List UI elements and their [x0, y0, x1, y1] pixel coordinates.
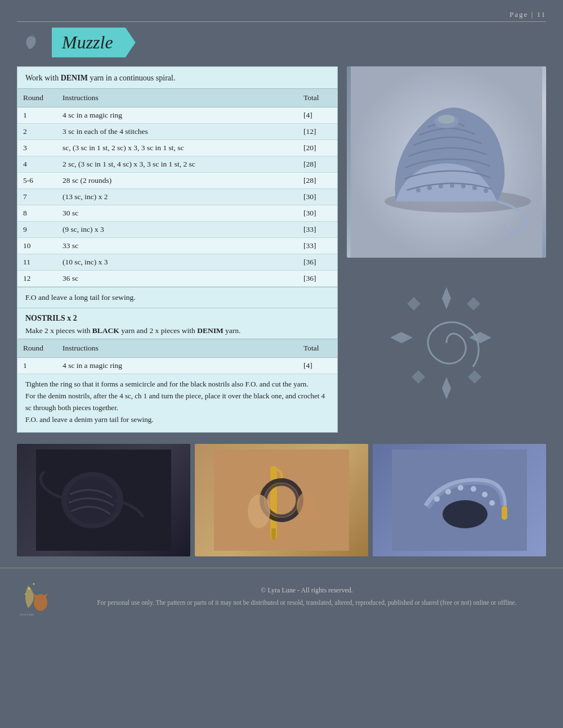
brand-icon [17, 29, 44, 56]
svg-marker-19 [407, 297, 421, 311]
svg-marker-16 [442, 377, 451, 399]
nostrils-table: Round Instructions Total 1 4 sc in a mag… [17, 339, 337, 374]
nostril-note-line: For the denim nostrils, after the 4 sc, … [25, 390, 329, 414]
cell-round: 3 [17, 140, 57, 156]
cell-instructions: (10 sc, inc) x 3 [57, 254, 298, 271]
svg-point-28 [248, 495, 270, 528]
footer-logo: Lyra Lune [17, 577, 56, 617]
table-row: 4 2 sc, (3 sc in 1 st, 4 sc) x 3, 3 sc i… [17, 156, 337, 173]
cell-round: 9 [17, 222, 57, 238]
cell-round: 2 [17, 124, 57, 140]
svg-point-35 [471, 486, 476, 492]
col-instructions: Instructions [57, 89, 298, 107]
bottom-photo-2 [195, 444, 368, 556]
svg-point-36 [482, 492, 488, 497]
svg-rect-23 [214, 450, 349, 551]
svg-point-37 [489, 500, 495, 506]
svg-text:Lyra Lune: Lyra Lune [20, 613, 34, 616]
svg-point-29 [297, 492, 317, 520]
cell-total: [36] [298, 271, 337, 287]
nostril-note-line: F.O. and leave a denim yarn tail for sew… [25, 414, 329, 426]
svg-point-8 [472, 186, 477, 190]
cell-total: [36] [298, 254, 337, 271]
svg-point-7 [461, 184, 466, 188]
svg-point-34 [458, 485, 463, 491]
cell-total: [28] [298, 173, 337, 189]
svg-point-4 [427, 186, 432, 190]
svg-point-40 [28, 587, 30, 590]
cell-total: [33] [298, 222, 337, 238]
svg-point-6 [450, 183, 454, 188]
table-row: 3 sc, (3 sc in 1 st, 2 sc) x 3, 3 sc in … [17, 140, 337, 156]
svg-point-41 [33, 583, 35, 585]
footer-legal: For personal use only. The pattern or pa… [68, 598, 546, 608]
nostril-cell-total: [4] [298, 358, 337, 374]
nostril-col-instructions: Instructions [57, 339, 298, 358]
nostrils-section: NOSTRILS x 2 Make 2 x pieces with BLACK … [17, 308, 338, 433]
cell-round: 7 [17, 189, 57, 205]
nostril-photo-2 [214, 450, 349, 551]
cell-instructions: 2 sc, (3 sc in 1 st, 4 sc) x 3, 3 sc in … [57, 156, 298, 173]
nostrils-note: Tighten the ring so that it forms a semi… [17, 374, 337, 432]
content-area: Work with DENIM yarn in a continuous spi… [0, 66, 563, 444]
svg-marker-13 [467, 297, 480, 311]
nostrils-header: NOSTRILS x 2 Make 2 x pieces with BLACK … [17, 308, 337, 339]
lyra-lune-logo: Lyra Lune [17, 577, 56, 617]
cell-total: [30] [298, 189, 337, 205]
right-column [347, 66, 546, 422]
nostril-col-total: Total [298, 339, 337, 358]
nostrils-table-row: 1 4 sc in a magic ring [4] [17, 358, 337, 374]
svg-rect-38 [502, 506, 507, 520]
main-table: Round Instructions Total 1 4 sc in a mag… [17, 88, 337, 287]
svg-point-3 [416, 188, 421, 192]
svg-point-42 [25, 594, 26, 595]
cell-total: [4] [298, 107, 337, 124]
nostril-photo-1 [36, 450, 171, 551]
footer-copyright: © Lyra Lune - All rights reserved. [68, 586, 546, 595]
cell-instructions: 4 sc in a magic ring [57, 107, 298, 124]
svg-marker-14 [469, 332, 491, 343]
cell-round: 10 [17, 238, 57, 254]
svg-rect-30 [392, 450, 527, 551]
denim-bold-2: DENIM [197, 326, 224, 335]
spiral-decoration [347, 264, 546, 422]
svg-rect-25 [271, 528, 276, 540]
nostril-photo-3 [392, 450, 527, 551]
footer-text-area: © Lyra Lune - All rights reserved. For p… [68, 586, 546, 608]
cell-instructions: 28 sc (2 rounds) [57, 173, 298, 189]
black-bold: BLACK [92, 326, 119, 335]
svg-point-5 [439, 184, 443, 188]
muzzle-photo [347, 66, 546, 258]
table-row: 5-6 28 sc (2 rounds) [28] [17, 173, 337, 189]
table-row: 1 4 sc in a magic ring [4] [17, 107, 337, 124]
cell-total: [12] [298, 124, 337, 140]
svg-marker-17 [412, 370, 425, 384]
cell-round: 5-6 [17, 173, 57, 189]
footer: Lyra Lune © Lyra Lune - All rights reser… [0, 568, 563, 626]
svg-point-31 [443, 500, 488, 528]
cell-total: [28] [298, 156, 337, 173]
svg-point-9 [484, 188, 488, 193]
cell-round: 4 [17, 156, 57, 173]
cell-total: [33] [298, 238, 337, 254]
cell-round: 11 [17, 254, 57, 271]
nostril-cell-round: 1 [17, 358, 57, 374]
table-row: 2 3 sc in each of the 4 stitches [12] [17, 124, 337, 140]
cell-round: 1 [17, 107, 57, 124]
bottom-photo-3 [373, 444, 546, 556]
table-row: 12 36 sc [36] [17, 271, 337, 287]
cell-instructions: 30 sc [57, 205, 298, 222]
svg-point-32 [434, 496, 440, 502]
title-banner: Muzzle [0, 22, 563, 66]
page-number: Page | 11 [17, 6, 546, 19]
cell-instructions: 3 sc in each of the 4 stitches [57, 124, 298, 140]
work-intro: Work with DENIM yarn in a continuous spi… [17, 67, 337, 88]
cell-round: 12 [17, 271, 57, 287]
svg-marker-15 [468, 370, 481, 384]
table-row: 11 (10 sc, inc) x 3 [36] [17, 254, 337, 271]
cell-instructions: 33 sc [57, 238, 298, 254]
nostril-note-line: Tighten the ring so that it forms a semi… [25, 379, 329, 390]
col-round: Round [17, 89, 57, 107]
table-row: 10 33 sc [33] [17, 238, 337, 254]
cell-total: [20] [298, 140, 337, 156]
